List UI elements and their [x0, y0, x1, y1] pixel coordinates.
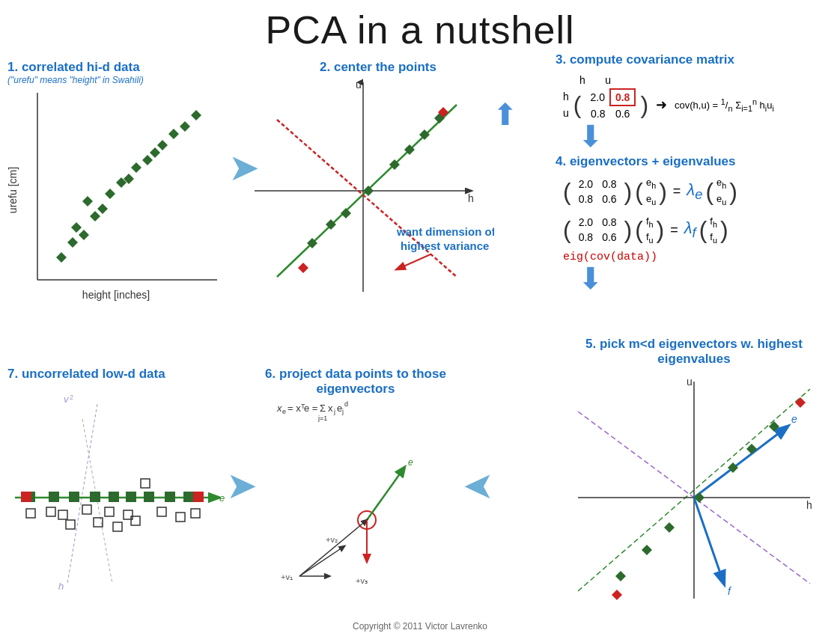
svg-text:h: h	[468, 192, 474, 204]
svg-text:= x: = x	[287, 403, 301, 414]
f-m11: 2.0	[574, 215, 597, 230]
lambda-f: λf	[684, 218, 696, 241]
svg-text:urefu [cm]: urefu [cm]	[7, 167, 19, 213]
svg-text:+v₁: +v₁	[281, 572, 293, 581]
bracket-right: )	[640, 93, 648, 117]
svg-rect-108	[191, 509, 200, 518]
svg-rect-95	[165, 492, 175, 502]
section3-container: 3. compute covariance matrix h u h u ( 2…	[556, 52, 833, 293]
f-bracket-r1: )	[624, 218, 633, 242]
e-m12: 0.8	[597, 177, 621, 192]
svg-marker-58	[612, 590, 622, 600]
data-points	[56, 110, 201, 263]
lambda-e: λe	[687, 180, 702, 203]
section1-container: 1. correlated hi-d data ("urefu" means "…	[7, 60, 240, 314]
f-vec-u2: fu	[710, 230, 717, 246]
f-vec-r1: )	[657, 218, 665, 242]
e-m22: 0.6	[597, 192, 621, 207]
section7-label: 7. uncorrelated low-d data	[7, 367, 232, 382]
svg-text:x: x	[328, 403, 333, 414]
svg-rect-89	[49, 492, 59, 502]
e-vec-h2: eh	[716, 175, 726, 192]
svg-rect-109	[66, 520, 75, 529]
svg-text:h: h	[58, 581, 64, 592]
m11: 2.0	[585, 89, 609, 106]
svg-text:e: e	[219, 492, 225, 504]
svg-rect-92	[109, 492, 119, 502]
svg-text:2: 2	[70, 394, 73, 401]
e-bracket-r1: )	[624, 180, 633, 204]
svg-text:j: j	[333, 408, 335, 415]
row-h: h	[563, 91, 569, 103]
e-bracket-l1: (	[563, 180, 571, 204]
svg-text:f: f	[728, 585, 732, 597]
section5-container: 5. pick m<d eigenvectors w. highest eige…	[556, 337, 833, 614]
svg-rect-97	[21, 492, 31, 502]
e-vec-r1b: )	[729, 180, 737, 204]
svg-marker-20	[191, 110, 201, 120]
svg-marker-18	[168, 129, 179, 139]
svg-line-26	[277, 120, 457, 277]
svg-rect-105	[141, 479, 150, 488]
e-vec-h: eh	[646, 175, 656, 192]
section5-label: 5. pick m<d eigenvectors w. highest eige…	[556, 337, 833, 367]
svg-text:e: e	[791, 413, 797, 425]
svg-rect-102	[82, 505, 91, 514]
section3-label: 3. compute covariance matrix	[556, 52, 833, 67]
svg-text:e: e	[282, 408, 286, 415]
svg-text:+v₃: +v₃	[356, 576, 368, 585]
svg-text:u: u	[356, 79, 362, 91]
svg-rect-107	[176, 513, 185, 522]
svg-marker-15	[142, 155, 153, 165]
svg-text:e: e	[408, 457, 413, 468]
e-vec-l1: (	[635, 180, 643, 204]
svg-marker-10	[82, 196, 93, 207]
svg-text:highest variance: highest variance	[401, 239, 489, 252]
svg-text:v: v	[64, 394, 70, 405]
svg-marker-16	[150, 147, 160, 158]
e-vec-r1: )	[659, 180, 667, 204]
svg-line-39	[397, 254, 430, 269]
bracket-left: (	[573, 93, 582, 117]
section5-chart: h u e f	[556, 367, 833, 614]
svg-marker-7	[71, 222, 82, 233]
svg-text:Σ: Σ	[320, 403, 326, 414]
section6-container: 6. project data points to those eigenvec…	[240, 367, 472, 599]
svg-marker-35	[298, 263, 308, 273]
svg-text:h: h	[806, 499, 812, 511]
svg-rect-93	[126, 492, 136, 502]
f-vec-l1: (	[635, 218, 643, 242]
svg-rect-101	[58, 510, 67, 519]
svg-marker-54	[664, 522, 675, 533]
equals2: =	[670, 222, 678, 238]
svg-rect-96	[183, 492, 194, 502]
svg-text:u: u	[687, 376, 693, 388]
e-m11: 2.0	[574, 177, 597, 192]
row-u: u	[563, 107, 569, 119]
svg-rect-106	[157, 507, 166, 516]
svg-rect-98	[193, 492, 204, 502]
svg-text:j: j	[341, 408, 344, 415]
equals1: =	[673, 183, 681, 199]
svg-line-47	[694, 498, 724, 584]
svg-marker-8	[90, 211, 100, 221]
f-m21: 0.8	[574, 230, 597, 245]
eigen-matrix-2: 2.0 0.8 0.8 0.6	[574, 215, 621, 245]
arrow-5-to-6: ➤	[463, 464, 494, 507]
svg-marker-5	[67, 237, 78, 248]
svg-marker-4	[56, 252, 67, 263]
section2-label: 2. center the points	[262, 60, 494, 75]
f-vec-h: fh	[646, 214, 654, 230]
m21: 0.8	[585, 106, 609, 121]
covariance-matrix: 2.0 0.8 0.8 0.6	[585, 88, 636, 121]
section1-chart: height [inches] urefu [cm]	[7, 85, 232, 302]
svg-text:+v₂: +v₂	[326, 535, 338, 544]
svg-text:want dimension of: want dimension of	[396, 225, 494, 238]
svg-text:e =: e =	[304, 403, 317, 414]
formula-text: cov(h,u) = 1/n Σi=1n hiui	[675, 97, 774, 113]
svg-text:j=1: j=1	[317, 415, 327, 422]
section2-chart: h u want dimension of highest variance	[240, 75, 494, 307]
svg-rect-91	[90, 492, 100, 502]
f-vec-u: fu	[646, 230, 654, 246]
f-m12: 0.8	[597, 215, 621, 230]
